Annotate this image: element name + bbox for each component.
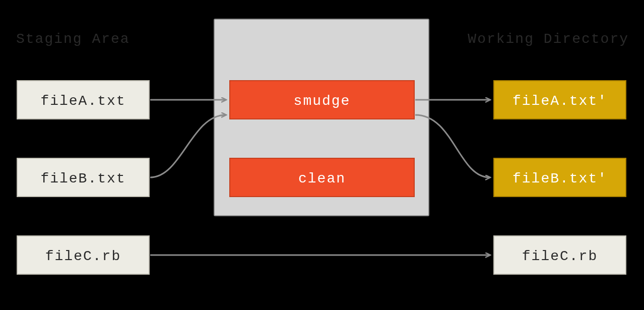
filter-clean-label: clean bbox=[298, 171, 346, 187]
staging-file-b-label: fileB.txt bbox=[40, 171, 125, 187]
heading-staging: Staging Area bbox=[16, 31, 130, 47]
diagram-canvas: Staging Area *.txt Filter Working Direct… bbox=[0, 0, 644, 310]
filter-smudge-label: smudge bbox=[294, 93, 351, 109]
working-file-c-label: fileC.rb bbox=[522, 249, 598, 264]
heading-working: Working Directory bbox=[468, 31, 629, 47]
staging-file-c-label: fileC.rb bbox=[45, 249, 121, 264]
staging-file-a-label: fileA.txt bbox=[40, 93, 125, 109]
working-file-a-label: fileA.txt' bbox=[512, 93, 607, 109]
working-file-b-label: fileB.txt' bbox=[512, 171, 607, 187]
